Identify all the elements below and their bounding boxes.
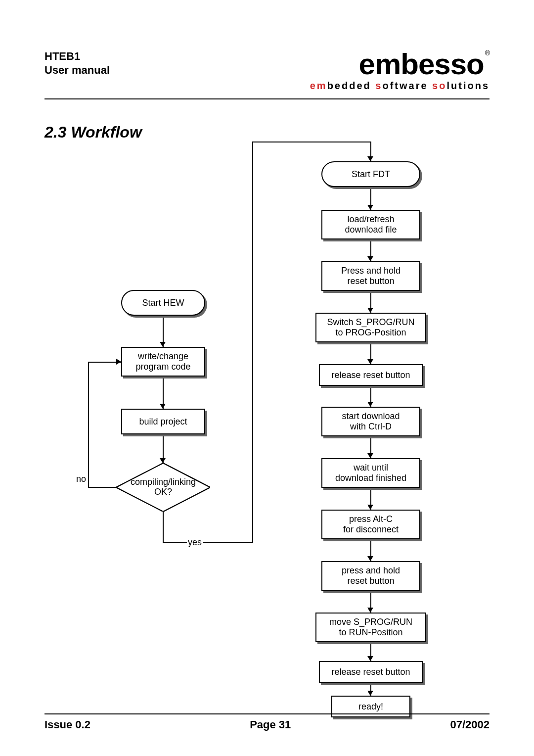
arrow-icon [367, 608, 373, 613]
arrow-icon [367, 359, 373, 364]
flow-line [163, 512, 164, 542]
node-text: press Alt-C for disconnect [343, 514, 399, 534]
arrow-icon [367, 308, 373, 313]
footer-issue: Issue 0.2 [44, 718, 90, 731]
page: HTEB1 User manual embesso® embedded soft… [0, 0, 534, 756]
node-text: ready! [358, 702, 383, 712]
node-text: Start FDT [352, 169, 390, 180]
logo-main: embesso® [310, 49, 490, 79]
node-text: build project [139, 417, 187, 427]
process-press2: press and hold reset button [321, 561, 420, 591]
flow-line [252, 142, 371, 142]
flowchart: Start FDT load/refresh download file Pre… [44, 132, 490, 686]
divider [44, 713, 490, 714]
footer-row: Issue 0.2 Page 31 07/2002 [44, 718, 490, 731]
logo-sub-part: so [432, 80, 446, 91]
node-text: release reset button [331, 370, 410, 380]
process-alt: press Alt-C for disconnect [321, 510, 420, 539]
product-name: HTEB1 [44, 49, 110, 63]
header: HTEB1 User manual embesso® embedded soft… [44, 49, 490, 92]
footer: Issue 0.2 Page 31 07/2002 [44, 713, 490, 731]
process-release1: release reset button [319, 364, 423, 386]
logo-sub-part: s [375, 80, 382, 91]
arrow-icon [367, 453, 373, 458]
terminator-start-hew: Start HEW [121, 290, 205, 316]
footer-date: 07/2002 [450, 718, 490, 731]
process-press1: Press and hold reset button [321, 261, 420, 291]
logo-sub-part: em [310, 80, 327, 91]
arrow-icon [160, 458, 166, 463]
node-text: move S_PROG/RUN to RUN-Position [329, 617, 412, 637]
logo-text: embesso [359, 47, 484, 81]
arrow-icon [367, 205, 373, 210]
decision-compile: compiling/linking OK? [116, 463, 210, 512]
arrow-icon [367, 156, 373, 161]
header-left: HTEB1 User manual [44, 49, 110, 77]
process-move: move S_PROG/RUN to RUN-Position [315, 613, 426, 642]
process-switch: Switch S_PROG/RUN to PROG-Position [315, 313, 426, 342]
logo: embesso® embedded software solutions [310, 49, 490, 92]
process-write: write/change program code [121, 347, 205, 377]
product-subtitle: User manual [44, 63, 110, 77]
footer-page: Page 31 [250, 718, 291, 731]
node-text: release reset button [331, 667, 410, 677]
node-text: wait until download finished [335, 463, 406, 483]
edge-label-no: no [75, 474, 87, 484]
logo-subtitle: embedded software solutions [310, 80, 490, 92]
flow-line [163, 542, 252, 543]
node-text: Start HEW [142, 298, 184, 308]
logo-sub-part: oftware [382, 80, 432, 91]
node-text: load/refresh download file [345, 214, 397, 235]
arrow-icon [367, 505, 373, 510]
flow-line [88, 487, 116, 488]
arrow-icon [367, 256, 373, 261]
arrow-icon [367, 691, 373, 696]
flow-line [88, 362, 89, 488]
logo-sub-part: lutions [446, 80, 490, 91]
arrow-icon [367, 656, 373, 661]
registered-icon: ® [485, 49, 490, 57]
node-text: press and hold reset button [342, 566, 400, 586]
process-release2: release reset button [319, 661, 423, 683]
process-wait: wait until download finished [321, 458, 420, 488]
arrow-icon [367, 402, 373, 407]
arrow-icon [160, 404, 166, 409]
flow-line [252, 142, 253, 543]
decision-text: compiling/linking OK? [116, 463, 210, 512]
node-text: write/change program code [135, 351, 190, 372]
divider [44, 98, 490, 99]
node-text: Switch S_PROG/RUN to PROG-Position [327, 317, 414, 337]
process-load: load/refresh download file [321, 210, 420, 239]
edge-label-yes: yes [187, 537, 203, 548]
arrow-icon [160, 342, 166, 347]
process-download: start download with Ctrl-D [321, 407, 420, 436]
terminator-start-fdt: Start FDT [321, 161, 420, 187]
node-text: start download with Ctrl-D [342, 411, 400, 431]
arrow-icon [367, 556, 373, 561]
arrow-icon [116, 359, 121, 365]
node-text: Press and hold reset button [341, 266, 400, 286]
process-build: build project [121, 409, 205, 434]
logo-sub-part: bedded [327, 80, 376, 91]
